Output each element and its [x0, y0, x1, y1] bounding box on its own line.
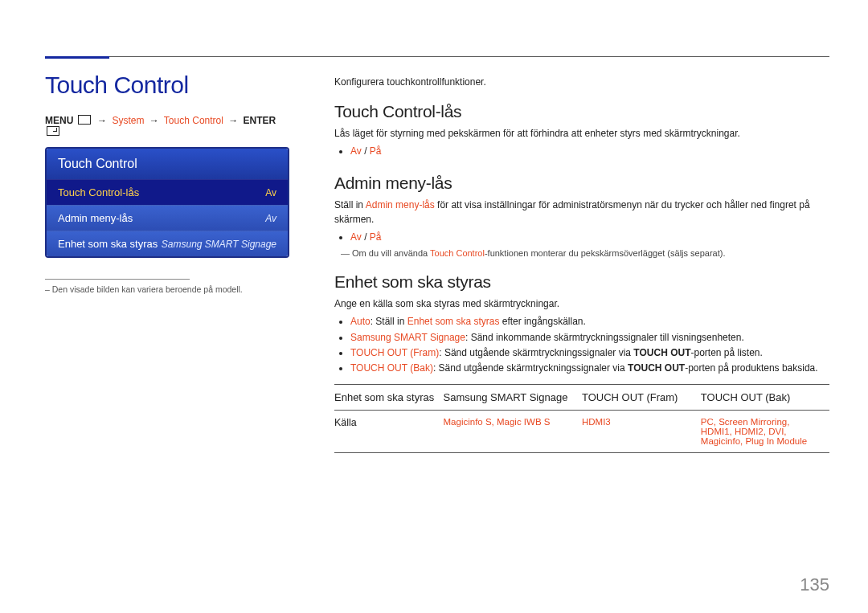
opt-pa: På — [370, 231, 382, 243]
note-touch-control: Om du vill använda Touch Control-funktio… — [341, 248, 829, 258]
opt-pa: På — [370, 145, 382, 157]
body-device: Ange en källa som ska styras med skärmtr… — [334, 296, 829, 311]
menu-icon — [78, 115, 91, 125]
option-av-pa: Av / På — [350, 230, 829, 245]
intro-text: Konfigurera touchkontrollfunktioner. — [334, 76, 829, 88]
footnote: – Den visade bilden kan variera beroende… — [45, 284, 286, 294]
row-label: Källa — [334, 411, 444, 453]
heading-admin-lock: Admin meny-lås — [334, 174, 829, 193]
bullet-em: Enhet som ska styras — [407, 316, 500, 327]
cell-signage: Magicinfo S, Magic IWB S — [444, 411, 582, 453]
osd-row-touch-lock[interactable]: Touch Control-lås Av — [47, 179, 288, 205]
options-admin-lock: Av / På — [350, 230, 829, 245]
osd-title: Touch Control — [47, 149, 288, 179]
admin-lock-name: Admin meny-lås — [366, 199, 435, 210]
page-title: Touch Control — [45, 72, 286, 99]
opt-av: Av — [350, 231, 362, 243]
bullet-post: -porten på listen. — [690, 347, 762, 358]
source-table: Enhet som ska styras Samsung SMART Signa… — [334, 384, 829, 453]
osd-row-label: Admin meny-lås — [58, 212, 133, 224]
osd-row-admin-lock[interactable]: Admin meny-lås Av — [47, 205, 288, 231]
opt-sep: / — [362, 145, 370, 157]
options-touch-lock: Av / På — [350, 144, 829, 159]
osd-row-value: Av — [265, 187, 276, 198]
bullet-post: efter ingångskällan. — [499, 316, 585, 327]
osd-row-device[interactable]: Enhet som ska styras Samsung SMART Signa… — [47, 231, 288, 256]
footnote-rule — [45, 279, 190, 280]
path-system: System — [112, 115, 144, 126]
enter-label: ENTER — [244, 115, 276, 126]
device-bullets: Auto: Ställ in Enhet som ska styras efte… — [350, 314, 829, 376]
bullet-touchout-back: TOUCH OUT (Bak): Sänd utgående skärmtryc… — [350, 361, 829, 376]
opt-sep: / — [362, 231, 370, 243]
bullet-lead: TOUCH OUT (Fram) — [350, 347, 439, 358]
arrow-icon: → — [149, 115, 159, 126]
menu-path: MENU → System → Touch Control → ENTER — [45, 115, 286, 137]
th-back: TOUCH OUT (Bak) — [701, 385, 829, 411]
body-touch-lock: Lås läget för styrning med pekskärmen fö… — [334, 126, 829, 141]
osd-menu: Touch Control Touch Control-lås Av Admin… — [45, 147, 289, 258]
heading-touch-lock: Touch Control-lås — [334, 102, 829, 121]
cell-front: HDMI3 — [582, 411, 701, 453]
bullet-touchout-front: TOUCH OUT (Fram): Sänd utgående skärmtry… — [350, 345, 829, 361]
arrow-icon: → — [228, 115, 238, 126]
bullet-lead: Samsung SMART Signage — [350, 332, 465, 343]
right-column: Konfigurera touchkontrollfunktioner. Tou… — [310, 72, 829, 453]
opt-av: Av — [350, 145, 362, 157]
bullet-strong: TOUCH OUT — [628, 362, 685, 374]
left-column: Touch Control MENU → System → Touch Cont… — [45, 72, 310, 294]
bullet-lead: TOUCH OUT (Bak) — [350, 362, 433, 374]
osd-row-value: Samsung SMART Signage — [162, 239, 276, 250]
bullet-mid: : Ställ in — [371, 316, 407, 327]
th-signage: Samsung SMART Signage — [444, 385, 582, 411]
th-device: Enhet som ska styras — [334, 385, 444, 411]
body-admin-lock: Ställ in Admin meny-lås för att visa ins… — [334, 198, 829, 227]
body-pre: Ställ in — [334, 199, 366, 210]
menu-label: MENU — [45, 115, 73, 126]
top-rule — [45, 56, 829, 57]
osd-row-value: Av — [265, 213, 276, 224]
heading-device: Enhet som ska styras — [334, 272, 829, 292]
bullet-strong: TOUCH OUT — [633, 347, 690, 358]
osd-row-label: Enhet som ska styras — [58, 238, 158, 250]
osd-row-label: Touch Control-lås — [58, 186, 139, 198]
bullet-post: -porten på produktens baksida. — [685, 362, 817, 374]
option-av-pa: Av / På — [350, 144, 829, 159]
note-post: -funktionen monterar du pekskärmsöverläg… — [485, 248, 726, 258]
enter-icon — [47, 126, 59, 136]
path-touch-control: Touch Control — [164, 115, 223, 126]
bullet-mid: : Sänd utgående skärmtryckningssignaler … — [433, 362, 628, 374]
bullet-mid: : Sänd utgående skärmtryckningssignaler … — [439, 347, 633, 358]
bullet-auto: Auto: Ställ in Enhet som ska styras efte… — [350, 314, 829, 329]
note-tc: Touch Control — [430, 248, 485, 258]
table-row: Källa Magicinfo S, Magic IWB S HDMI3 PC,… — [334, 411, 829, 453]
bullet-lead: Auto — [350, 316, 371, 327]
accent-bar — [45, 56, 109, 59]
bullet-post: : Sänd inkommande skärmtryckningssignale… — [465, 332, 744, 343]
cell-back: PC, Screen Mirroring, HDMI1, HDMI2, DVI,… — [701, 411, 829, 453]
table-header-row: Enhet som ska styras Samsung SMART Signa… — [334, 385, 829, 411]
th-front: TOUCH OUT (Fram) — [582, 385, 701, 411]
arrow-icon: → — [97, 115, 107, 126]
page-number: 135 — [800, 574, 829, 595]
bullet-signage: Samsung SMART Signage: Sänd inkommande s… — [350, 330, 829, 345]
note-pre: Om du vill använda — [352, 248, 430, 258]
